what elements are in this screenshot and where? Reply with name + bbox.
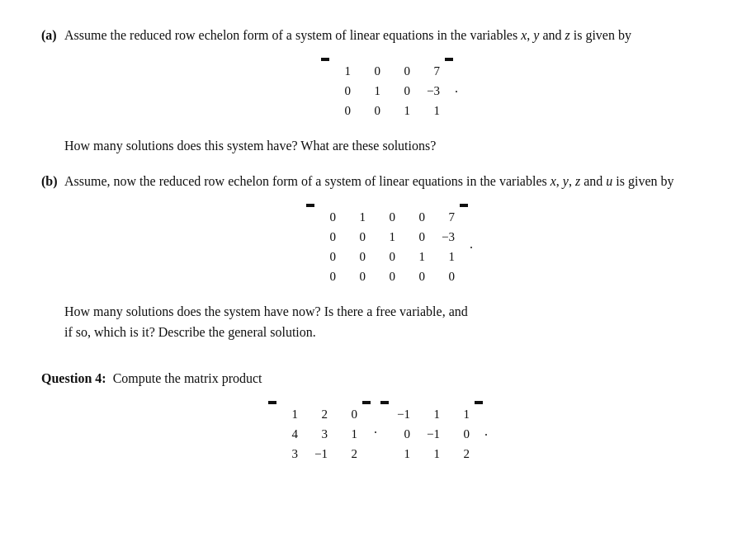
matrix-q4-1: 120 431 3−12 [268, 401, 371, 467]
dot-b: . [470, 233, 473, 260]
matrix-a-container: 1007 010−3 0011 . [64, 58, 715, 124]
matrix-q4-1-row-1: 120 [281, 404, 357, 424]
right-bracket-q4-2 [475, 401, 483, 404]
matrix-q4-2-row-1: −111 [394, 404, 470, 424]
matrix-b-row-1: 01007 [319, 207, 455, 227]
multiply-dot: · [374, 422, 377, 445]
matrix-q4-1-cells: 120 431 3−12 [281, 401, 357, 467]
problem-b-header: (b) Assume, now the reduced row echelon … [41, 171, 715, 343]
matrix-q4-2-cells: −111 0−10 112 [394, 401, 470, 467]
matrix-b-row-3: 00011 [319, 247, 455, 266]
problem-b-text: Assume, now the reduced row echelon form… [64, 171, 715, 192]
question4-label: Question 4: [41, 368, 106, 389]
matrix-b-row-4: 00000 [319, 266, 455, 286]
question-b: How many solutions does the system have … [64, 301, 715, 343]
right-bracket-b [460, 204, 468, 207]
matrix-b-container: 01007 0010−3 00011 00000 . [64, 204, 715, 290]
problem-b: (b) Assume, now the reduced row echelon … [41, 171, 715, 343]
matrix-q4-1-row-2: 431 [281, 424, 357, 444]
dot-q4: . [484, 421, 488, 447]
left-bracket-b [306, 204, 314, 207]
matrix-q4-2-row-3: 112 [394, 444, 470, 464]
label-b: (b) [41, 171, 59, 192]
question4-section: Question 4: Compute the matrix product 1… [41, 368, 715, 467]
right-bracket-q4-1 [362, 401, 371, 404]
left-bracket-a [321, 58, 329, 61]
matrix-a: 1007 010−3 0011 [321, 58, 453, 124]
matrix-a-row-2: 010−3 [334, 81, 440, 101]
matrix-a-cells: 1007 010−3 0011 [334, 58, 440, 124]
matrix-b-cells: 01007 0010−3 00011 00000 [319, 204, 455, 290]
matrix-q4-1-row-3: 3−12 [281, 444, 357, 464]
label-a: (a) [41, 25, 59, 46]
matrix-a-row-1: 1007 [334, 61, 440, 81]
matrix-q4-2-row-2: 0−10 [394, 424, 470, 444]
problem-a-header: (a) Assume the reduced row echelon form … [41, 25, 715, 156]
question-a: How many solutions does this system have… [64, 135, 715, 157]
problem-b-content: Assume, now the reduced row echelon form… [64, 171, 715, 343]
problem-a-content: Assume the reduced row echelon form of a… [64, 25, 715, 156]
matrix-b: 01007 0010−3 00011 00000 [306, 204, 468, 290]
problem-a: (a) Assume the reduced row echelon form … [41, 25, 715, 156]
left-bracket-q4-1 [268, 401, 276, 404]
matrix-q4-2: −111 0−10 112 [380, 401, 483, 467]
dot-a: . [455, 78, 458, 104]
left-bracket-q4-2 [380, 401, 389, 404]
right-bracket-a [445, 58, 453, 61]
question4-header: Question 4: Compute the matrix product [41, 368, 715, 389]
matrix-b-row-2: 0010−3 [319, 227, 455, 247]
question4-matrices: 120 431 3−12 · −111 [41, 401, 715, 467]
question4-text: Compute the matrix product [113, 368, 262, 389]
matrices-row: 120 431 3−12 · −111 [268, 401, 488, 467]
matrix-a-row-3: 0011 [334, 101, 440, 120]
problem-a-text: Assume the reduced row echelon form of a… [64, 25, 715, 46]
